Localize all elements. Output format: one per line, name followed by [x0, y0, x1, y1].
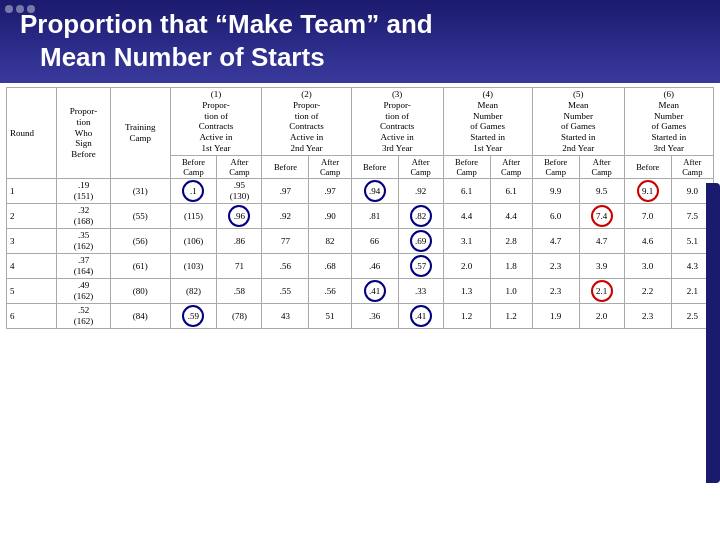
r2-a2: .90 [309, 204, 351, 229]
r3-b5: 4.7 [532, 229, 579, 254]
r6-b4: 1.2 [443, 304, 490, 329]
r6-a2: 51 [309, 304, 351, 329]
page-header: Proportion that “Make Team” and Mean Num… [0, 0, 720, 83]
r5-b3: .41 [351, 279, 398, 304]
r6-b2: 43 [262, 304, 309, 329]
r2-b6: 7.0 [624, 204, 671, 229]
r4-b6: 3.0 [624, 254, 671, 279]
r3-b1: (106) [170, 229, 217, 254]
r4-tc: (61) [110, 254, 170, 279]
r5-a4: 1.0 [490, 279, 532, 304]
training-camp-header: TrainingCamp [110, 88, 170, 179]
after-camp-header-1: AfterCamp [217, 155, 262, 178]
col1-header: (1)Propor-tion ofContractsActive in1st Y… [170, 88, 262, 156]
proportion-header: Propor-tionWhoSignBefore [57, 88, 111, 179]
col2-header: (2)Propor-tion ofContractsActive in2nd Y… [262, 88, 351, 156]
r2-b1: (115) [170, 204, 217, 229]
r5-b6: 2.2 [624, 279, 671, 304]
r1-a3: .92 [398, 179, 443, 204]
col5-header: (5)MeanNumberof GamesStarted in2nd Year [532, 88, 624, 156]
decorative-dots [5, 5, 35, 13]
table-row: 3 .35(162) (56) (106) .86 77 82 66 .69 3… [7, 229, 714, 254]
r3-a1: .86 [217, 229, 262, 254]
r1-a6: 9.0 [671, 179, 713, 204]
r2-b5: 6.0 [532, 204, 579, 229]
r3-before-camp: .35(162) [57, 229, 111, 254]
r2-tc: (55) [110, 204, 170, 229]
round-5: 5 [7, 279, 57, 304]
r6-a5: 2.0 [579, 304, 624, 329]
table-row: 1 .19(151) (31) .1 .95(130) .97 .97 .94 … [7, 179, 714, 204]
r3-a5: 4.7 [579, 229, 624, 254]
after-camp-header-2: AfterCamp [309, 155, 351, 178]
r1-b6: 9.1 [624, 179, 671, 204]
r2-b2: .92 [262, 204, 309, 229]
r5-a5: 2.1 [579, 279, 624, 304]
r6-a3: .41 [398, 304, 443, 329]
r1-a5: 9.5 [579, 179, 624, 204]
before-camp-header-2: Before [262, 155, 309, 178]
r2-a4: 4.4 [490, 204, 532, 229]
table-row: 2 .32(168) (55) (115) .96 .92 .90 .81 .8… [7, 204, 714, 229]
before-camp-header-1: BeforeCamp [170, 155, 217, 178]
round-3: 3 [7, 229, 57, 254]
r1-b1: .1 [170, 179, 217, 204]
r4-a3: .57 [398, 254, 443, 279]
table-row: 4 .37(164) (61) (103) 71 .56 .68 .46 .57… [7, 254, 714, 279]
r1-before-camp: .19(151) [57, 179, 111, 204]
r5-a3: .33 [398, 279, 443, 304]
r4-a4: 1.8 [490, 254, 532, 279]
r2-b3: .81 [351, 204, 398, 229]
page-title: Proportion that “Make Team” and Mean Num… [20, 8, 700, 73]
r5-b1: (82) [170, 279, 217, 304]
r6-a4: 1.2 [490, 304, 532, 329]
r3-a6: 5.1 [671, 229, 713, 254]
after-camp-header-3: AfterCamp [398, 155, 443, 178]
r4-a5: 3.9 [579, 254, 624, 279]
col4-header: (4)MeanNumberof GamesStarted in1st Year [443, 88, 532, 156]
table-row: 5 .49(162) (80) (82) .58 .55 .56 .41 .33… [7, 279, 714, 304]
r6-b1: .59 [170, 304, 217, 329]
r4-a2: .68 [309, 254, 351, 279]
r6-before-camp: .52(162) [57, 304, 111, 329]
r5-b5: 2.3 [532, 279, 579, 304]
r1-a4: 6.1 [490, 179, 532, 204]
r5-b4: 1.3 [443, 279, 490, 304]
r1-b4: 6.1 [443, 179, 490, 204]
r4-a6: 4.3 [671, 254, 713, 279]
r4-b3: .46 [351, 254, 398, 279]
r3-b3: 66 [351, 229, 398, 254]
r1-b2: .97 [262, 179, 309, 204]
r6-b5: 1.9 [532, 304, 579, 329]
before-camp-header-5: BeforeCamp [532, 155, 579, 178]
round-2: 2 [7, 204, 57, 229]
after-camp-header-4: AfterCamp [490, 155, 532, 178]
r2-a6: 7.5 [671, 204, 713, 229]
r4-b5: 2.3 [532, 254, 579, 279]
round-header: Round [7, 88, 57, 179]
r3-tc: (56) [110, 229, 170, 254]
r1-tc: (31) [110, 179, 170, 204]
r3-b2: 77 [262, 229, 309, 254]
r6-tc: (84) [110, 304, 170, 329]
r5-a6: 2.1 [671, 279, 713, 304]
r5-a2: .56 [309, 279, 351, 304]
before-camp-header-4: BeforeCamp [443, 155, 490, 178]
round-6: 6 [7, 304, 57, 329]
r3-b6: 4.6 [624, 229, 671, 254]
after-camp-header-6: AfterCamp [671, 155, 713, 178]
r5-b2: .55 [262, 279, 309, 304]
main-table-container: Round Propor-tionWhoSignBefore TrainingC… [0, 83, 720, 333]
r4-b2: .56 [262, 254, 309, 279]
table-row: 6 .52(162) (84) .59 (78) 43 51 .36 .41 1… [7, 304, 714, 329]
r2-a3: .82 [398, 204, 443, 229]
r5-a1: .58 [217, 279, 262, 304]
r3-a4: 2.8 [490, 229, 532, 254]
r2-a1: .96 [217, 204, 262, 229]
r2-before-camp: .32(168) [57, 204, 111, 229]
round-4: 4 [7, 254, 57, 279]
r3-a3: .69 [398, 229, 443, 254]
after-camp-header-5: AfterCamp [579, 155, 624, 178]
r6-a1: (78) [217, 304, 262, 329]
r3-b4: 3.1 [443, 229, 490, 254]
